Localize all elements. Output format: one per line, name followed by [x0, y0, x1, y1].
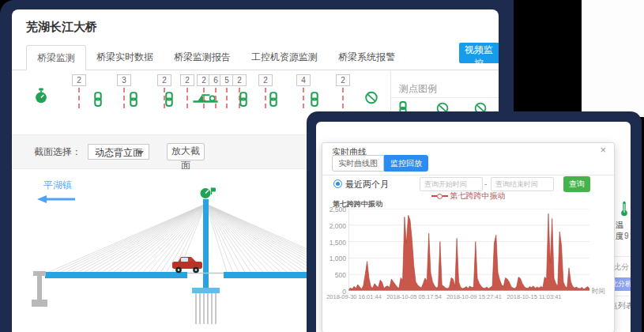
sensor-dash-line	[78, 88, 80, 108]
sensor-marker[interactable]: 2	[336, 74, 350, 108]
y-tick-label: 1,000	[324, 255, 346, 262]
recent-range-label: 最近两个月	[345, 179, 389, 191]
legend-marker-icon	[437, 194, 443, 199]
legend-marker-icon	[431, 195, 437, 197]
dialog-tab-bar: 实时曲线图监控回放	[332, 155, 428, 172]
y-tick-label: 500	[324, 271, 346, 279]
y-tick-label: 2,500	[324, 206, 346, 213]
popup-window: 温度 （9） 对比分析 对比分析 监测点列表 实时曲线 × 实时曲线图监控回放 …	[316, 122, 631, 332]
sensor-chain-icon[interactable]	[238, 92, 250, 110]
temperature-count: （9）	[616, 231, 631, 242]
sensor-count-badge: 2	[157, 74, 171, 86]
sensor-dash-line	[342, 88, 344, 108]
legend-panel-title: 测点图例	[399, 82, 437, 96]
y-tick-label: 2,000	[324, 222, 346, 230]
y-tick-label: 1,500	[324, 239, 346, 247]
thermometer-icon[interactable]	[620, 201, 629, 220]
sensor-dash-line	[186, 88, 188, 108]
legend-marker-icon	[443, 195, 448, 197]
divider	[322, 175, 614, 175]
sensor-chain-icon[interactable]	[128, 92, 140, 110]
recent-range-radio[interactable]	[333, 179, 342, 188]
direction-arrow	[37, 195, 75, 203]
range-separator: -	[484, 179, 487, 188]
tower-cap	[192, 288, 220, 293]
legend-text: 第七跨跨中振动	[450, 191, 505, 200]
dialog-tab-2[interactable]: 监控回放	[384, 155, 428, 172]
sensor-chain-icon[interactable]	[309, 92, 321, 110]
sensor-count-badge: 2	[232, 74, 247, 86]
sensor-count-badge: 2	[72, 74, 86, 86]
x-tick-label: 2018-10-09 15:27:41	[442, 293, 507, 300]
section-select[interactable]: 动态背立面	[88, 144, 149, 160]
dialog-tab-1[interactable]: 实时曲线图	[332, 155, 384, 172]
sensor-chain-icon[interactable]	[92, 92, 104, 110]
section-select-label: 截面选择：	[34, 145, 81, 159]
legend-panel-underline	[390, 97, 499, 98]
zoom-section-button[interactable]: 放大截面	[167, 143, 205, 160]
caret-down-icon	[137, 151, 144, 155]
query-end-input[interactable]	[491, 177, 554, 191]
x-axis-title: 时间	[592, 287, 605, 296]
sensor-dash-line	[203, 88, 205, 108]
sensor-ban-icon[interactable]	[365, 91, 378, 108]
section-select-value: 动态背立面	[95, 147, 142, 158]
sensor-count-badge: 2	[180, 74, 194, 86]
sensor-count-badge: 2	[336, 74, 350, 86]
sensor-dash-line	[215, 88, 217, 108]
query-start-input[interactable]	[420, 177, 483, 191]
sensor-chain-icon[interactable]	[164, 92, 175, 110]
realtime-curve-dialog: 实时曲线 × 实时曲线图监控回放 最近两个月 - 查询 第七跨跨中振动 第七跨跨…	[322, 142, 615, 332]
sensor-dash-line	[226, 88, 228, 108]
sensor-clock-icon[interactable]	[34, 88, 49, 108]
sensor-chain-icon[interactable]	[268, 92, 280, 110]
popup-window-frame: 温度 （9） 对比分析 对比分析 监测点列表 实时曲线 × 实时曲线图监控回放 …	[307, 111, 642, 332]
query-button[interactable]: 查询	[563, 176, 590, 192]
sensor-count-badge: 2	[258, 74, 273, 86]
bridge-deck-left	[45, 272, 187, 278]
sensor-row: 23222652242	[12, 9, 499, 120]
screen: 芜湖长江大桥 桥梁监测桥梁实时数据桥梁监测报告工控机资源监测桥梁系统报警 视频监…	[0, 0, 644, 332]
tower-gauge-icon[interactable]	[201, 188, 217, 199]
x-tick-label: 2018-10-05 05:17:54	[382, 293, 446, 300]
sensor-dash-line	[123, 88, 125, 108]
sensor-dash-line	[303, 88, 304, 108]
sensor-count-badge: 4	[296, 74, 311, 86]
vibration-chart[interactable]	[348, 209, 589, 291]
x-tick-label: 2018-10-15 11:03:41	[502, 293, 567, 300]
sensor-count-badge: 3	[117, 74, 131, 86]
sensor-marker[interactable]: 2	[72, 74, 86, 108]
x-tick-label: 2018-09-30 16:01:44	[322, 293, 386, 300]
close-icon[interactable]: ×	[600, 145, 606, 156]
background-window	[582, 0, 644, 117]
sensor-dash-line	[265, 88, 266, 108]
car	[172, 257, 202, 273]
bridge-tower	[203, 199, 209, 289]
tower-piles	[196, 293, 216, 324]
